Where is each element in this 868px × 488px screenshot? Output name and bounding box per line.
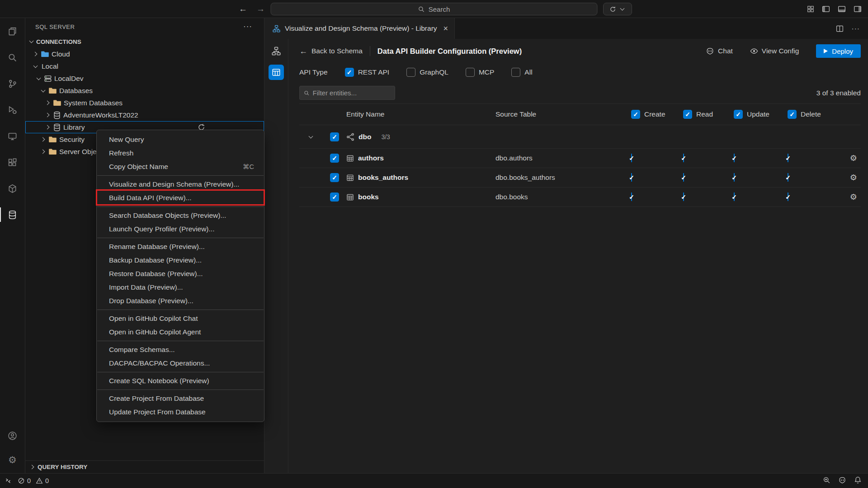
split-editor-icon[interactable] [836, 25, 844, 33]
menu-item-rename-database[interactable]: Rename Database (Preview)... [97, 240, 264, 253]
tree-item-adventureworks[interactable]: AdventureWorksLT2022 [25, 109, 264, 121]
database-icon [53, 123, 61, 131]
toggle-panel-bottom-icon[interactable] [838, 5, 846, 13]
tree-item-system-databases[interactable]: System Databases [25, 97, 264, 109]
create-all-checkbox[interactable] [631, 110, 640, 119]
problems-indicator[interactable]: 0 0 [18, 477, 49, 484]
query-history-section-header[interactable]: QUERY HISTORY [25, 460, 264, 473]
update-checkbox[interactable] [734, 173, 735, 182]
sql-server-icon[interactable] [0, 202, 25, 228]
search-sidebar-icon[interactable] [0, 44, 25, 70]
all-checkbox[interactable] [511, 68, 520, 77]
close-tab-icon[interactable]: × [443, 24, 448, 33]
menu-item-create-project-from-database[interactable]: Create Project From Database [97, 392, 264, 405]
update-checkbox[interactable] [734, 154, 735, 162]
source-control-icon[interactable] [0, 70, 25, 97]
command-center-extra-button[interactable] [603, 3, 632, 15]
sidebar-more-actions-icon[interactable]: ··· [243, 22, 252, 31]
toggle-sidebar-right-icon[interactable] [854, 5, 862, 13]
menu-item-import-data[interactable]: Import Data (Preview)... [97, 281, 264, 294]
menu-item-launch-query-profiler[interactable]: Launch Query Profiler (Preview)... [97, 222, 264, 236]
menu-item-new-query[interactable]: New Query [97, 133, 264, 146]
create-checkbox[interactable] [631, 173, 632, 182]
remote-explorer-icon[interactable] [0, 123, 25, 149]
layout-grid-icon[interactable] [807, 5, 814, 13]
command-center-search[interactable]: Search [271, 3, 598, 15]
filter-entities-input[interactable] [313, 89, 391, 97]
chevron-down-icon[interactable] [307, 133, 315, 141]
delete-all-checkbox[interactable] [788, 110, 797, 119]
menu-item-open-copilot-chat[interactable]: Open in GitHub Copilot Chat [97, 312, 264, 325]
rest-api-checkbox[interactable] [345, 68, 354, 77]
api-option-rest[interactable]: REST API [345, 68, 390, 77]
api-option-all[interactable]: All [511, 68, 532, 77]
api-option-graphql[interactable]: GraphQL [406, 68, 448, 77]
menu-item-create-sql-notebook[interactable]: Create SQL Notebook (Preview) [97, 374, 264, 388]
group-checkbox[interactable] [330, 132, 339, 141]
entity-settings-gear-icon[interactable]: ⚙ [850, 173, 857, 183]
entity-row-books[interactable]: books dbo.books ⚙ [299, 188, 861, 207]
connections-section-header[interactable]: CONNECTIONS [25, 35, 264, 48]
zoom-indicator[interactable] [823, 476, 830, 485]
run-debug-icon[interactable] [0, 97, 25, 123]
menu-item-copy-object-name[interactable]: Copy Object Name⌘C [97, 160, 264, 174]
tree-item-databases[interactable]: Databases [25, 84, 264, 97]
delete-checkbox[interactable] [788, 192, 788, 201]
database-projects-icon[interactable] [0, 175, 25, 202]
update-checkbox[interactable] [734, 192, 735, 201]
row-checkbox[interactable] [330, 154, 339, 163]
read-all-checkbox[interactable] [683, 110, 692, 119]
data-api-view-button[interactable] [269, 65, 284, 80]
menu-item-drop-database[interactable]: Drop Database (Preview)... [97, 294, 264, 308]
create-checkbox[interactable] [631, 192, 632, 201]
update-all-checkbox[interactable] [734, 110, 743, 119]
api-option-mcp[interactable]: MCP [466, 68, 494, 77]
editor-more-actions-icon[interactable]: ··· [852, 24, 860, 33]
menu-item-visualize-schema[interactable]: Visualize and Design Schema (Preview)... [97, 178, 264, 191]
read-checkbox[interactable] [683, 154, 684, 162]
tree-item-local[interactable]: Local [25, 60, 264, 72]
menu-item-update-project-from-database[interactable]: Update Project From Database [97, 405, 264, 419]
filter-entities-box[interactable] [299, 86, 395, 100]
toggle-sidebar-left-icon[interactable] [822, 5, 830, 13]
entity-settings-gear-icon[interactable]: ⚙ [850, 192, 857, 202]
read-checkbox[interactable] [683, 192, 684, 201]
chat-button[interactable]: Chat [706, 47, 733, 56]
deploy-button[interactable]: Deploy [816, 44, 861, 58]
delete-checkbox[interactable] [788, 173, 788, 182]
settings-gear-icon[interactable]: ⚙ [0, 448, 25, 472]
tab-visualize-schema[interactable]: Visualize and Design Schema (Preview) - … [264, 18, 455, 39]
copilot-status[interactable] [838, 476, 846, 486]
menu-item-open-copilot-agent[interactable]: Open in GitHub Copilot Agent [97, 325, 264, 339]
account-icon[interactable] [0, 423, 25, 448]
explorer-icon[interactable] [0, 18, 25, 44]
delete-checkbox[interactable] [788, 154, 788, 162]
forward-arrow-icon[interactable]: → [256, 4, 265, 14]
tree-item-localdev[interactable]: LocalDev [25, 72, 264, 84]
create-checkbox[interactable] [631, 154, 632, 162]
entity-row-books-authors[interactable]: books_authors dbo.books_authors ⚙ [299, 168, 861, 188]
view-config-button[interactable]: View Config [750, 47, 799, 55]
menu-item-dacpac-bacpac[interactable]: DACPAC/BACPAC Operations... [97, 357, 264, 370]
extensions-icon[interactable] [0, 149, 25, 175]
back-arrow-icon[interactable]: ← [239, 4, 247, 14]
menu-item-backup-database[interactable]: Backup Database (Preview)... [97, 253, 264, 267]
menu-item-refresh[interactable]: Refresh [97, 146, 264, 160]
row-checkbox[interactable] [330, 192, 339, 202]
schema-group-row[interactable]: dbo 3/3 [299, 125, 861, 149]
mcp-checkbox[interactable] [466, 68, 475, 77]
tree-item-cloud[interactable]: Cloud [25, 48, 264, 60]
graphql-checkbox[interactable] [406, 68, 415, 77]
menu-item-restore-database[interactable]: Restore Database (Preview)... [97, 267, 264, 281]
back-to-schema-link[interactable]: ← Back to Schema [299, 47, 363, 56]
read-checkbox[interactable] [683, 173, 684, 182]
menu-item-build-data-api[interactable]: Build Data API (Preview)... [97, 191, 264, 205]
menu-item-search-database-objects[interactable]: Search Database Objects (Preview)... [97, 209, 264, 222]
entity-settings-gear-icon[interactable]: ⚙ [850, 153, 857, 163]
menu-item-compare-schemas[interactable]: Compare Schemas... [97, 343, 264, 357]
entity-row-authors[interactable]: authors dbo.authors ⚙ [299, 149, 861, 168]
notifications-bell[interactable] [854, 476, 862, 485]
remote-indicator[interactable] [5, 477, 12, 484]
row-checkbox[interactable] [330, 173, 339, 182]
schema-diagram-view-button[interactable] [269, 43, 284, 59]
